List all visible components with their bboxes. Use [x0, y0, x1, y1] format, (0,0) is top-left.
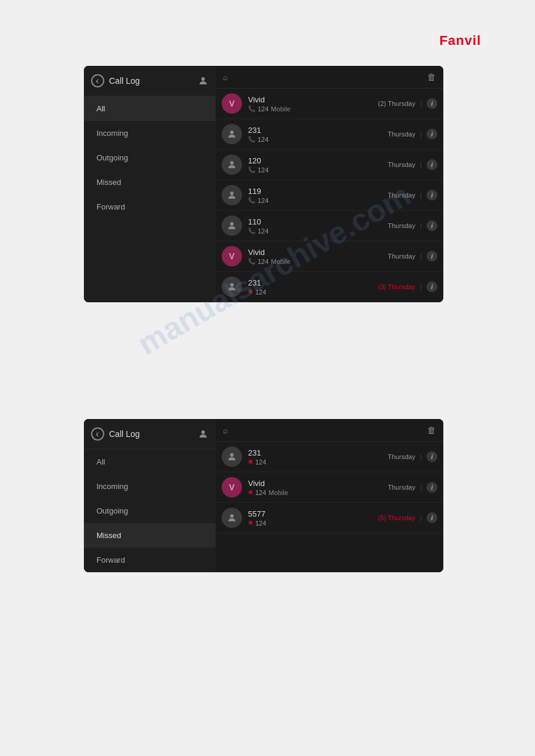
avatar: [222, 277, 242, 297]
call-meta: (3) Thursday | i: [378, 281, 437, 292]
phone-ui-1: Call Log All Incoming Outgoing Missed Fo…: [84, 66, 443, 302]
call-list-2: 231 ✖ 124 Thursday | i V Vivid: [216, 442, 443, 572]
info-button[interactable]: i: [427, 220, 437, 231]
search-input-2[interactable]: [232, 426, 422, 435]
call-name: 5577: [248, 509, 372, 518]
back-button-1[interactable]: [91, 74, 104, 87]
call-number: 📞 124 Mobile: [248, 105, 372, 113]
call-meta: Thursday | i: [388, 220, 437, 231]
call-name: 231: [248, 278, 372, 287]
sidebar-item-forward-2[interactable]: Forward: [84, 548, 216, 572]
sidebar-item-outgoing-2[interactable]: Outgoing: [84, 499, 216, 523]
sidebar-item-outgoing-1[interactable]: Outgoing: [84, 145, 216, 170]
call-name: 110: [248, 217, 382, 226]
sidebar-item-forward-1[interactable]: Forward: [84, 195, 216, 219]
sidebar-item-all-2[interactable]: All: [84, 450, 216, 474]
phone-ui-2: Call Log All Incoming Outgoing Missed Fo…: [84, 419, 443, 572]
call-name: Vivid: [248, 95, 372, 104]
trash-icon-1[interactable]: 🗑: [427, 72, 436, 82]
call-name: Vivid: [248, 479, 382, 488]
call-number: 📞 124: [248, 197, 382, 204]
call-info: 231 ✖ 124: [248, 448, 382, 466]
call-number: 📞 124: [248, 136, 382, 143]
call-number: ✖ 124: [248, 459, 382, 466]
info-button[interactable]: i: [427, 98, 437, 109]
call-count-day: (5) Thursday: [378, 514, 415, 521]
call-info: 120 📞 124: [248, 156, 382, 174]
call-count-day: Thursday: [388, 161, 415, 168]
trash-icon-2[interactable]: 🗑: [427, 425, 436, 435]
info-button[interactable]: i: [427, 251, 437, 262]
sidebar-item-all-1[interactable]: All: [84, 96, 216, 121]
call-meta: Thursday | i: [388, 451, 437, 462]
missed-call-icon: ✖: [248, 489, 253, 496]
call-info: Vivid 📞 124 Mobile: [248, 248, 382, 265]
avatar: [222, 185, 242, 205]
call-item[interactable]: 231 📞 124 Thursday | i: [216, 119, 443, 150]
search-input-1[interactable]: [232, 72, 422, 81]
call-name: 231: [248, 126, 382, 135]
call-count-day: Thursday: [388, 453, 415, 460]
avatar: [222, 124, 242, 144]
incoming-call-icon: 📞: [248, 197, 255, 204]
call-item[interactable]: V Vivid 📞 124 Mobile Thursday | i: [216, 241, 443, 272]
info-button[interactable]: i: [427, 512, 437, 523]
missed-call-icon: ✖: [248, 520, 253, 526]
call-item[interactable]: 231 ✖ 124 Thursday | i: [216, 442, 443, 472]
missed-call-icon: ✖: [248, 459, 253, 465]
info-button[interactable]: i: [427, 190, 437, 201]
avatar: V: [222, 93, 242, 114]
sidebar-item-missed-1[interactable]: Missed: [84, 170, 216, 195]
call-name: 119: [248, 187, 382, 196]
info-button[interactable]: i: [427, 159, 437, 170]
incoming-call-icon: 📞: [248, 258, 255, 265]
call-info: 110 📞 124: [248, 217, 382, 235]
sidebar-item-incoming-1[interactable]: Incoming: [84, 121, 216, 145]
info-button[interactable]: i: [427, 451, 437, 462]
call-item[interactable]: 120 📞 124 Thursday | i: [216, 150, 443, 180]
incoming-call-icon: 📞: [248, 166, 255, 173]
call-meta: Thursday | i: [388, 251, 437, 262]
back-button-2[interactable]: [91, 427, 104, 441]
sidebar-item-missed-2[interactable]: Missed: [84, 523, 216, 548]
call-count-day: Thursday: [388, 130, 415, 138]
call-item[interactable]: 110 📞 124 Thursday | i: [216, 211, 443, 241]
call-item[interactable]: V Vivid ✖ 124 Mobile Thursday | i: [216, 472, 443, 503]
call-meta: Thursday | i: [388, 482, 437, 493]
info-button[interactable]: i: [427, 129, 437, 139]
sidebar-1: Call Log All Incoming Outgoing Missed Fo…: [84, 66, 216, 302]
sidebar-item-incoming-2[interactable]: Incoming: [84, 474, 216, 499]
call-name: 120: [248, 156, 382, 165]
person-icon-2: [198, 429, 208, 439]
search-icon-1: ⌕: [223, 72, 228, 82]
sidebar-2: Call Log All Incoming Outgoing Missed Fo…: [84, 419, 216, 572]
svg-point-4: [230, 222, 234, 226]
avatar: [222, 447, 242, 467]
missed-call-icon: ✖: [248, 289, 253, 295]
fanvil-logo: Fanvil: [439, 33, 481, 48]
call-number: ✖ 124 Mobile: [248, 489, 382, 496]
call-info: Vivid 📞 124 Mobile: [248, 95, 372, 113]
call-meta: (5) Thursday | i: [378, 512, 437, 523]
call-count-day: Thursday: [388, 484, 415, 491]
call-item[interactable]: 231 ✖ 124 (3) Thursday | i: [216, 272, 443, 302]
call-name: Vivid: [248, 248, 382, 257]
call-item[interactable]: 5577 ✖ 124 (5) Thursday | i: [216, 503, 443, 533]
call-meta: Thursday | i: [388, 159, 437, 170]
call-count-day: Thursday: [388, 253, 415, 260]
info-button[interactable]: i: [427, 281, 437, 292]
call-info: 5577 ✖ 124: [248, 509, 372, 527]
search-bar-2: ⌕ 🗑: [216, 419, 443, 442]
call-list-1: V Vivid 📞 124 Mobile (2) Thursday | i: [216, 89, 443, 302]
svg-point-0: [201, 77, 205, 81]
call-info: Vivid ✖ 124 Mobile: [248, 479, 382, 496]
person-icon-1: [198, 75, 208, 86]
svg-point-2: [230, 161, 234, 165]
avatar: [222, 154, 242, 175]
call-info: 231 ✖ 124: [248, 278, 372, 296]
call-number: 📞 124: [248, 227, 382, 235]
main-content-1: ⌕ 🗑 V Vivid 📞 124 Mobile (2) Thursday: [216, 66, 443, 302]
info-button[interactable]: i: [427, 482, 437, 493]
call-item[interactable]: 119 📞 124 Thursday | i: [216, 180, 443, 211]
call-item[interactable]: V Vivid 📞 124 Mobile (2) Thursday | i: [216, 89, 443, 119]
